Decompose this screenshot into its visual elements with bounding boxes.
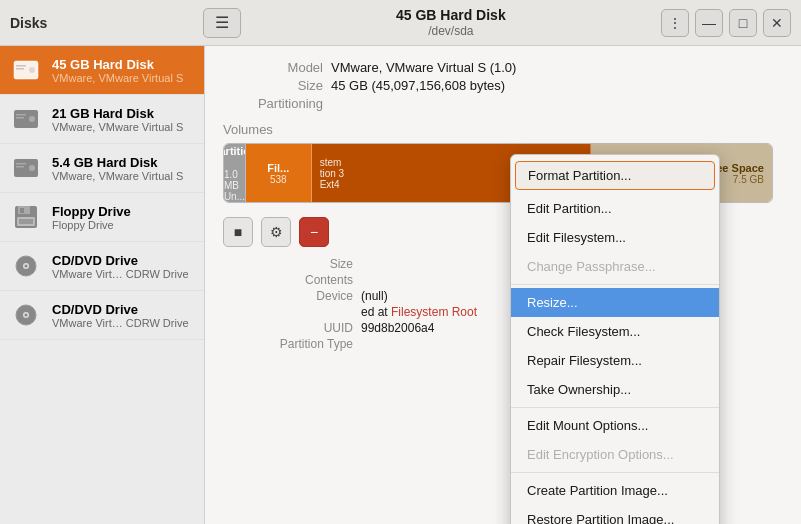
- svg-point-10: [29, 165, 35, 171]
- menu-divider-3: [511, 472, 719, 473]
- close-button[interactable]: ✕: [763, 9, 791, 37]
- vol-contents-label: Contents: [223, 273, 353, 287]
- partition-seg-1[interactable]: Partition 1 1.0 MB Un...: [224, 144, 246, 202]
- sidebar-item-text: Floppy Drive Floppy Drive: [52, 204, 194, 231]
- vol-parttype-label: Partition Type: [223, 337, 353, 351]
- settings-button[interactable]: ⚙: [261, 217, 291, 247]
- sidebar-item-text: CD/DVD Drive VMware Virt… CDRW Drive: [52, 253, 194, 280]
- kebab-menu-button[interactable]: ⋮: [661, 9, 689, 37]
- menu-item-take-ownership[interactable]: Take Ownership...: [511, 375, 719, 404]
- menu-item-edit-filesystem[interactable]: Edit Filesystem...: [511, 223, 719, 252]
- vol-mount-label: [223, 305, 353, 319]
- sidebar-item-sub: VMware Virt… CDRW Drive: [52, 268, 194, 280]
- sidebar-item-sub: VMware, VMware Virtual S: [52, 170, 194, 182]
- svg-rect-11: [16, 163, 26, 165]
- minimize-button[interactable]: —: [695, 9, 723, 37]
- menu-item-restore-partition-image[interactable]: Restore Partition Image...: [511, 505, 719, 524]
- partition-seg-2[interactable]: Fil... 538: [246, 144, 312, 202]
- svg-rect-12: [16, 166, 24, 168]
- svg-rect-4: [16, 68, 24, 70]
- remove-button[interactable]: −: [299, 217, 329, 247]
- svg-rect-15: [20, 208, 24, 213]
- sidebar-item-sub: VMware, VMware Virtual S: [52, 72, 194, 84]
- vol-uuid-label: UUID: [223, 321, 353, 335]
- menu-item-create-partition-image[interactable]: Create Partition Image...: [511, 476, 719, 505]
- sidebar-item-label: 5.4 GB Hard Disk: [52, 155, 194, 170]
- cdrom-icon: [10, 250, 42, 282]
- partitioning-label: Partitioning: [223, 96, 323, 111]
- maximize-button[interactable]: □: [729, 9, 757, 37]
- size-value: 45 GB (45,097,156,608 bytes): [331, 78, 505, 93]
- sidebar-item-sub: Floppy Drive: [52, 219, 194, 231]
- sidebar-item-45gb-disk[interactable]: 45 GB Hard Disk VMware, VMware Virtual S: [0, 46, 204, 95]
- svg-rect-17: [19, 219, 33, 224]
- model-value: VMware, VMware Virtual S (1.0): [331, 60, 516, 75]
- model-label: Model: [223, 60, 323, 75]
- svg-point-2: [29, 67, 35, 73]
- menu-item-change-passphrase: Change Passphrase...: [511, 252, 719, 281]
- svg-rect-8: [16, 117, 24, 119]
- sidebar-item-sub: VMware Virt… CDRW Drive: [52, 317, 194, 329]
- detail-pane: Model VMware, VMware Virtual S (1.0) Siz…: [205, 46, 801, 524]
- main-layout: 45 GB Hard Disk VMware, VMware Virtual S…: [0, 46, 801, 524]
- sidebar: 45 GB Hard Disk VMware, VMware Virtual S…: [0, 46, 205, 524]
- svg-point-6: [29, 116, 35, 122]
- sidebar-item-label: Floppy Drive: [52, 204, 194, 219]
- svg-point-23: [25, 314, 28, 317]
- menu-item-edit-mount-options[interactable]: Edit Mount Options...: [511, 411, 719, 440]
- partitioning-row: Partitioning: [223, 96, 516, 111]
- stop-button[interactable]: ■: [223, 217, 253, 247]
- svg-rect-3: [16, 65, 26, 67]
- sidebar-item-text: 5.4 GB Hard Disk VMware, VMware Virtual …: [52, 155, 194, 182]
- menu-item-check-filesystem[interactable]: Check Filesystem...: [511, 317, 719, 346]
- context-menu: Format Partition... Edit Partition... Ed…: [510, 154, 720, 524]
- cdrom-icon: [10, 299, 42, 331]
- window-title: 45 GB Hard Disk /dev/sda: [396, 6, 506, 40]
- filesystem-root-link[interactable]: Filesystem Root: [391, 305, 477, 319]
- hdd-icon: [10, 54, 42, 86]
- menu-item-resize[interactable]: Resize...: [511, 288, 719, 317]
- size-row: Size 45 GB (45,097,156,608 bytes): [223, 78, 516, 93]
- sidebar-item-sub: VMware, VMware Virtual S: [52, 121, 194, 133]
- titlebar: Disks ☰ 45 GB Hard Disk /dev/sda ⋮ — □ ✕: [0, 0, 801, 46]
- svg-point-20: [25, 265, 28, 268]
- vol-size-label: Size: [223, 257, 353, 271]
- size-label: Size: [223, 78, 323, 93]
- sidebar-item-label: CD/DVD Drive: [52, 302, 194, 317]
- app-name: Disks: [10, 15, 47, 31]
- vol-uuid-value: 99d8b2006a4: [361, 321, 434, 335]
- hamburger-menu-button[interactable]: ☰: [203, 8, 241, 38]
- sidebar-item-floppy[interactable]: Floppy Drive Floppy Drive: [0, 193, 204, 242]
- menu-item-repair-filesystem[interactable]: Repair Filesystem...: [511, 346, 719, 375]
- menu-item-edit-encryption-options: Edit Encryption Options...: [511, 440, 719, 469]
- sidebar-item-label: 21 GB Hard Disk: [52, 106, 194, 121]
- detail-fields: Model VMware, VMware Virtual S (1.0) Siz…: [223, 60, 516, 114]
- sidebar-item-21gb-disk[interactable]: 21 GB Hard Disk VMware, VMware Virtual S: [0, 95, 204, 144]
- vol-mount-value: ed at Filesystem Root: [361, 305, 477, 319]
- window-controls: ⋮ — □ ✕: [661, 9, 791, 37]
- volumes-label: Volumes: [223, 122, 783, 137]
- floppy-icon: [10, 201, 42, 233]
- sidebar-item-cdvd1[interactable]: CD/DVD Drive VMware Virt… CDRW Drive: [0, 242, 204, 291]
- vol-device-value: (null): [361, 289, 388, 303]
- sidebar-item-5gb-disk[interactable]: 5.4 GB Hard Disk VMware, VMware Virtual …: [0, 144, 204, 193]
- vol-device-label: Device: [223, 289, 353, 303]
- sidebar-item-text: 45 GB Hard Disk VMware, VMware Virtual S: [52, 57, 194, 84]
- menu-divider-2: [511, 407, 719, 408]
- sidebar-item-label: CD/DVD Drive: [52, 253, 194, 268]
- sidebar-item-text: 21 GB Hard Disk VMware, VMware Virtual S: [52, 106, 194, 133]
- sidebar-item-text: CD/DVD Drive VMware Virt… CDRW Drive: [52, 302, 194, 329]
- svg-rect-7: [16, 114, 26, 116]
- model-row: Model VMware, VMware Virtual S (1.0): [223, 60, 516, 75]
- hdd-icon: [10, 152, 42, 184]
- menu-item-edit-partition[interactable]: Edit Partition...: [511, 194, 719, 223]
- disk-details: Model VMware, VMware Virtual S (1.0) Siz…: [223, 60, 783, 114]
- sidebar-item-cdvd2[interactable]: CD/DVD Drive VMware Virt… CDRW Drive: [0, 291, 204, 340]
- sidebar-item-label: 45 GB Hard Disk: [52, 57, 194, 72]
- hdd-icon: [10, 103, 42, 135]
- menu-divider-1: [511, 284, 719, 285]
- menu-item-format-partition[interactable]: Format Partition...: [515, 161, 715, 190]
